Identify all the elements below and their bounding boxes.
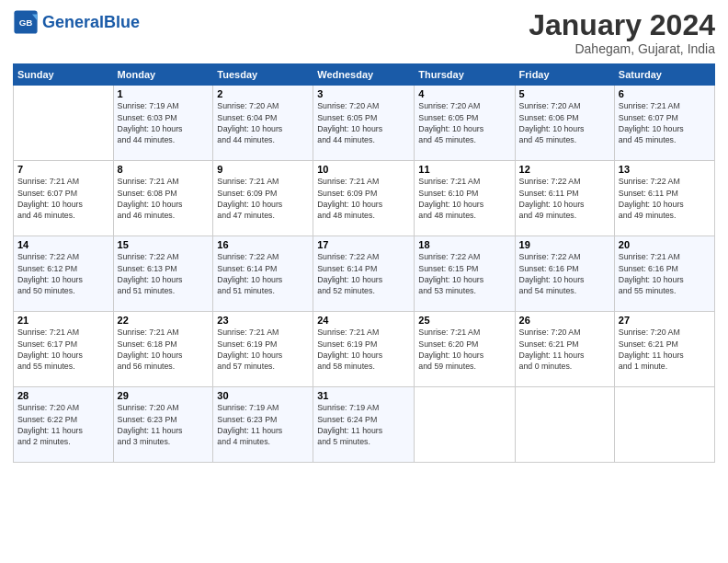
day-info: Sunrise: 7:19 AM Sunset: 6:23 PM Dayligh… bbox=[217, 402, 309, 447]
day-info: Sunrise: 7:21 AM Sunset: 6:19 PM Dayligh… bbox=[217, 327, 309, 372]
day-cell bbox=[415, 387, 515, 463]
col-saturday: Saturday bbox=[614, 64, 714, 86]
day-cell: 25Sunrise: 7:21 AM Sunset: 6:20 PM Dayli… bbox=[415, 312, 515, 387]
header: GB GeneralBlue January 2024 Dahegam, Guj… bbox=[13, 9, 715, 56]
day-info: Sunrise: 7:21 AM Sunset: 6:18 PM Dayligh… bbox=[118, 327, 210, 372]
day-info: Sunrise: 7:22 AM Sunset: 6:11 PM Dayligh… bbox=[519, 176, 610, 221]
day-info: Sunrise: 7:20 AM Sunset: 6:23 PM Dayligh… bbox=[118, 402, 210, 447]
day-info: Sunrise: 7:20 AM Sunset: 6:05 PM Dayligh… bbox=[317, 100, 410, 145]
col-thursday: Thursday bbox=[415, 64, 515, 86]
day-info: Sunrise: 7:20 AM Sunset: 6:22 PM Dayligh… bbox=[17, 402, 109, 447]
day-number: 2 bbox=[217, 88, 309, 99]
day-info: Sunrise: 7:21 AM Sunset: 6:17 PM Dayligh… bbox=[17, 327, 109, 372]
day-cell: 9Sunrise: 7:21 AM Sunset: 6:09 PM Daylig… bbox=[213, 161, 313, 236]
day-cell: 19Sunrise: 7:22 AM Sunset: 6:16 PM Dayli… bbox=[515, 236, 614, 312]
day-cell: 23Sunrise: 7:21 AM Sunset: 6:19 PM Dayli… bbox=[213, 312, 313, 387]
day-cell bbox=[14, 86, 114, 161]
day-number: 26 bbox=[519, 315, 610, 326]
logo-icon: GB bbox=[13, 9, 39, 35]
day-number: 11 bbox=[418, 164, 510, 175]
day-cell: 5Sunrise: 7:20 AM Sunset: 6:06 PM Daylig… bbox=[515, 86, 614, 161]
day-number: 17 bbox=[317, 239, 410, 250]
day-number: 6 bbox=[619, 88, 711, 99]
day-info: Sunrise: 7:21 AM Sunset: 6:09 PM Dayligh… bbox=[317, 176, 410, 221]
col-wednesday: Wednesday bbox=[313, 64, 415, 86]
logo: GB GeneralBlue bbox=[13, 9, 140, 35]
day-number: 23 bbox=[217, 315, 309, 326]
day-number: 27 bbox=[619, 315, 711, 326]
day-cell: 29Sunrise: 7:20 AM Sunset: 6:23 PM Dayli… bbox=[113, 387, 213, 463]
day-cell: 30Sunrise: 7:19 AM Sunset: 6:23 PM Dayli… bbox=[213, 387, 313, 463]
day-info: Sunrise: 7:20 AM Sunset: 6:04 PM Dayligh… bbox=[217, 100, 309, 145]
month-title: January 2024 bbox=[529, 9, 715, 41]
day-number: 8 bbox=[118, 164, 210, 175]
day-info: Sunrise: 7:20 AM Sunset: 6:21 PM Dayligh… bbox=[619, 327, 711, 372]
day-cell: 11Sunrise: 7:21 AM Sunset: 6:10 PM Dayli… bbox=[415, 161, 515, 236]
day-number: 24 bbox=[317, 315, 410, 326]
day-cell: 13Sunrise: 7:22 AM Sunset: 6:11 PM Dayli… bbox=[614, 161, 714, 236]
day-info: Sunrise: 7:21 AM Sunset: 6:07 PM Dayligh… bbox=[619, 100, 711, 145]
title-block: January 2024 Dahegam, Gujarat, India bbox=[529, 9, 715, 56]
day-number: 19 bbox=[519, 239, 610, 250]
day-number: 25 bbox=[418, 315, 510, 326]
day-info: Sunrise: 7:22 AM Sunset: 6:15 PM Dayligh… bbox=[418, 251, 510, 296]
day-cell: 16Sunrise: 7:22 AM Sunset: 6:14 PM Dayli… bbox=[213, 236, 313, 312]
day-cell: 31Sunrise: 7:19 AM Sunset: 6:24 PM Dayli… bbox=[313, 387, 415, 463]
day-info: Sunrise: 7:22 AM Sunset: 6:14 PM Dayligh… bbox=[217, 251, 309, 296]
day-cell: 10Sunrise: 7:21 AM Sunset: 6:09 PM Dayli… bbox=[313, 161, 415, 236]
day-info: Sunrise: 7:19 AM Sunset: 6:03 PM Dayligh… bbox=[118, 100, 210, 145]
day-cell: 8Sunrise: 7:21 AM Sunset: 6:08 PM Daylig… bbox=[113, 161, 213, 236]
day-cell bbox=[614, 387, 714, 463]
day-number: 15 bbox=[118, 239, 210, 250]
svg-text:GB: GB bbox=[19, 17, 33, 28]
week-row-4: 21Sunrise: 7:21 AM Sunset: 6:17 PM Dayli… bbox=[14, 312, 715, 387]
day-cell: 18Sunrise: 7:22 AM Sunset: 6:15 PM Dayli… bbox=[415, 236, 515, 312]
day-info: Sunrise: 7:21 AM Sunset: 6:09 PM Dayligh… bbox=[217, 176, 309, 221]
day-cell: 27Sunrise: 7:20 AM Sunset: 6:21 PM Dayli… bbox=[614, 312, 714, 387]
day-number: 18 bbox=[418, 239, 510, 250]
col-tuesday: Tuesday bbox=[213, 64, 313, 86]
day-cell: 14Sunrise: 7:22 AM Sunset: 6:12 PM Dayli… bbox=[14, 236, 114, 312]
day-number: 7 bbox=[17, 164, 109, 175]
day-number: 22 bbox=[118, 315, 210, 326]
day-info: Sunrise: 7:20 AM Sunset: 6:06 PM Dayligh… bbox=[519, 100, 610, 145]
day-cell: 1Sunrise: 7:19 AM Sunset: 6:03 PM Daylig… bbox=[113, 86, 213, 161]
day-info: Sunrise: 7:21 AM Sunset: 6:19 PM Dayligh… bbox=[317, 327, 410, 372]
day-info: Sunrise: 7:21 AM Sunset: 6:16 PM Dayligh… bbox=[619, 251, 711, 296]
day-cell bbox=[515, 387, 614, 463]
week-row-2: 7Sunrise: 7:21 AM Sunset: 6:07 PM Daylig… bbox=[14, 161, 715, 236]
day-info: Sunrise: 7:21 AM Sunset: 6:20 PM Dayligh… bbox=[418, 327, 510, 372]
day-info: Sunrise: 7:20 AM Sunset: 6:05 PM Dayligh… bbox=[418, 100, 510, 145]
day-info: Sunrise: 7:21 AM Sunset: 6:08 PM Dayligh… bbox=[118, 176, 210, 221]
col-monday: Monday bbox=[113, 64, 213, 86]
week-row-3: 14Sunrise: 7:22 AM Sunset: 6:12 PM Dayli… bbox=[14, 236, 715, 312]
week-row-1: 1Sunrise: 7:19 AM Sunset: 6:03 PM Daylig… bbox=[14, 86, 715, 161]
location: Dahegam, Gujarat, India bbox=[529, 41, 715, 56]
day-number: 3 bbox=[317, 88, 410, 99]
day-number: 1 bbox=[118, 88, 210, 99]
day-number: 21 bbox=[17, 315, 109, 326]
day-info: Sunrise: 7:22 AM Sunset: 6:11 PM Dayligh… bbox=[619, 176, 711, 221]
day-cell: 15Sunrise: 7:22 AM Sunset: 6:13 PM Dayli… bbox=[113, 236, 213, 312]
day-info: Sunrise: 7:22 AM Sunset: 6:14 PM Dayligh… bbox=[317, 251, 410, 296]
header-row: Sunday Monday Tuesday Wednesday Thursday… bbox=[14, 64, 715, 86]
day-number: 5 bbox=[519, 88, 610, 99]
day-cell: 20Sunrise: 7:21 AM Sunset: 6:16 PM Dayli… bbox=[614, 236, 714, 312]
day-cell: 2Sunrise: 7:20 AM Sunset: 6:04 PM Daylig… bbox=[213, 86, 313, 161]
day-cell: 12Sunrise: 7:22 AM Sunset: 6:11 PM Dayli… bbox=[515, 161, 614, 236]
day-info: Sunrise: 7:22 AM Sunset: 6:13 PM Dayligh… bbox=[118, 251, 210, 296]
page: GB GeneralBlue January 2024 Dahegam, Guj… bbox=[0, 0, 728, 563]
day-number: 10 bbox=[317, 164, 410, 175]
day-info: Sunrise: 7:21 AM Sunset: 6:07 PM Dayligh… bbox=[17, 176, 109, 221]
day-cell: 22Sunrise: 7:21 AM Sunset: 6:18 PM Dayli… bbox=[113, 312, 213, 387]
logo-general: General bbox=[42, 13, 104, 31]
day-info: Sunrise: 7:19 AM Sunset: 6:24 PM Dayligh… bbox=[317, 402, 410, 447]
day-cell: 4Sunrise: 7:20 AM Sunset: 6:05 PM Daylig… bbox=[415, 86, 515, 161]
day-cell: 6Sunrise: 7:21 AM Sunset: 6:07 PM Daylig… bbox=[614, 86, 714, 161]
day-info: Sunrise: 7:22 AM Sunset: 6:16 PM Dayligh… bbox=[519, 251, 610, 296]
day-info: Sunrise: 7:20 AM Sunset: 6:21 PM Dayligh… bbox=[519, 327, 610, 372]
day-info: Sunrise: 7:21 AM Sunset: 6:10 PM Dayligh… bbox=[418, 176, 510, 221]
day-number: 4 bbox=[418, 88, 510, 99]
col-sunday: Sunday bbox=[14, 64, 114, 86]
day-cell: 28Sunrise: 7:20 AM Sunset: 6:22 PM Dayli… bbox=[14, 387, 114, 463]
